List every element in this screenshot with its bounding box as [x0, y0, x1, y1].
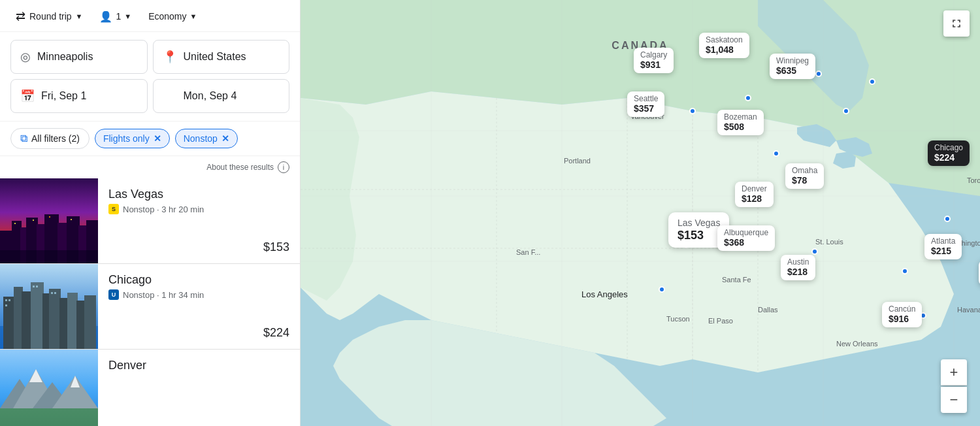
price-value: $153 — [678, 229, 720, 243]
svg-rect-14 — [71, 219, 72, 220]
list-item[interactable]: Saskatoon $1,048 — [699, 33, 749, 58]
origin-field[interactable]: ◎ Minneapolis — [10, 40, 148, 74]
class-button[interactable]: Economy ▼ — [143, 8, 202, 24]
svg-rect-21 — [31, 282, 44, 349]
map-marker[interactable] — [773, 150, 779, 157]
depart-date-text: Fri, Sep 1 — [41, 90, 86, 102]
map-marker[interactable] — [902, 268, 908, 274]
all-filters-button[interactable]: ⧉ All filters (2) — [10, 128, 90, 149]
price-value: $78 — [792, 175, 817, 186]
denver-card-content: Denver — [98, 350, 300, 426]
svg-text:Los Angeles: Los Angeles — [581, 289, 628, 299]
las-vegas-image — [0, 178, 98, 263]
list-item[interactable]: Winnipeg $635 — [770, 54, 815, 79]
las-vegas-card-content: Las Vegas S Nonstop · 3 hr 20 min $153 — [98, 178, 300, 263]
svg-rect-20 — [22, 291, 32, 349]
map-marker[interactable] — [869, 78, 875, 85]
table-row[interactable]: Denver — [0, 350, 300, 426]
trip-type-label: Round trip — [29, 11, 72, 22]
location-row: ◎ Minneapolis 📍 United States — [10, 40, 289, 74]
class-label: Economy — [148, 11, 186, 22]
depart-date-field[interactable]: 📅 Fri, Sep 1 — [10, 79, 148, 113]
svg-rect-15 — [0, 250, 98, 263]
map-controls: + − — [941, 359, 967, 413]
chicago-card-content: Chicago U Nonstop · 1 hr 34 min $224 — [98, 264, 300, 349]
destination-icon: 📍 — [163, 50, 177, 64]
card-price: $224 — [263, 326, 289, 340]
list-item[interactable]: Albuquerque $368 — [717, 225, 775, 251]
zoom-out-button[interactable]: − — [941, 387, 967, 413]
flights-only-label: Flights only — [103, 133, 150, 144]
city-name: Bozeman — [724, 112, 757, 122]
svg-rect-23 — [49, 289, 61, 349]
origin-text: Minneapolis — [37, 51, 93, 63]
list-item[interactable]: Calgary $931 — [634, 48, 674, 73]
svg-rect-11 — [14, 223, 16, 224]
price-value: $224 — [934, 152, 963, 163]
list-item[interactable]: Omaha $78 — [785, 163, 824, 189]
map-panel: CANADA Portland Vancouver San F... Los A… — [301, 0, 980, 426]
svg-text:Portland: Portland — [564, 157, 591, 165]
map-marker[interactable] — [745, 95, 751, 101]
swap-icon: ⇄ — [16, 9, 25, 24]
list-item[interactable]: Chicago $224 — [928, 140, 970, 166]
trip-type-button[interactable]: ⇄ Round trip ▼ — [10, 7, 88, 26]
flights-only-chip[interactable]: Flights only ✕ — [95, 129, 170, 148]
search-fields: ◎ Minneapolis 📍 United States 📅 Fri, Sep… — [0, 32, 300, 122]
city-name: Winnipeg — [776, 56, 809, 65]
svg-rect-25 — [67, 293, 78, 349]
price-value: $508 — [724, 122, 757, 133]
city-name: Austin — [787, 257, 809, 267]
flights-only-close-icon[interactable]: ✕ — [154, 133, 161, 144]
city-name: Saskatoon — [706, 35, 743, 44]
fullscreen-icon — [950, 17, 963, 30]
list-item[interactable]: Seattle $357 — [627, 91, 664, 117]
svg-text:El Paso: El Paso — [708, 317, 733, 325]
nonstop-chip[interactable]: Nonstop ✕ — [175, 129, 238, 148]
card-city-name: Chicago — [108, 273, 289, 287]
list-item[interactable]: Cancún $916 — [882, 302, 922, 327]
return-date-field[interactable]: 📅 Mon, Sep 4 — [153, 79, 290, 113]
origin-icon: ◎ — [20, 50, 31, 64]
card-city-name: Denver — [108, 359, 289, 372]
about-results-text: About these results — [206, 163, 274, 172]
table-row[interactable]: Las Vegas S Nonstop · 3 hr 20 min $153 — [0, 178, 300, 264]
price-value: $218 — [787, 267, 809, 278]
nonstop-close-icon[interactable]: ✕ — [221, 133, 229, 144]
list-item[interactable]: Bozeman $508 — [717, 110, 764, 135]
destination-field[interactable]: 📍 United States — [153, 40, 290, 74]
svg-text:New Orleans: New Orleans — [836, 340, 878, 348]
map-marker[interactable] — [815, 71, 822, 77]
class-chevron: ▼ — [190, 12, 197, 20]
map-marker[interactable] — [811, 248, 818, 255]
map-marker[interactable] — [659, 286, 665, 293]
svg-text:Tucson: Tucson — [666, 315, 690, 323]
list-item[interactable]: Atlanta $215 — [924, 234, 962, 259]
svg-rect-19 — [14, 287, 23, 349]
info-icon[interactable]: i — [278, 161, 289, 173]
zoom-in-button[interactable]: + — [941, 359, 967, 385]
svg-text:Havana: Havana — [957, 306, 980, 314]
fullscreen-button[interactable] — [943, 10, 970, 37]
return-date-text: Mon, Sep 4 — [184, 90, 237, 102]
city-name: Denver — [742, 184, 767, 193]
results-info: About these results i — [0, 156, 300, 178]
card-flight-info: S Nonstop · 3 hr 20 min — [108, 204, 289, 214]
price-value: $215 — [931, 246, 955, 257]
svg-text:Dallas: Dallas — [758, 306, 778, 314]
price-value: $635 — [776, 65, 809, 76]
list-item[interactable]: Austin $218 — [781, 255, 815, 280]
map-marker[interactable] — [689, 108, 696, 114]
card-city-name: Las Vegas — [108, 188, 289, 201]
table-row[interactable]: Chicago U Nonstop · 1 hr 34 min $224 — [0, 264, 300, 350]
passengers-button[interactable]: 👤 1 ▼ — [94, 8, 137, 25]
svg-rect-12 — [33, 220, 34, 221]
results-list: Las Vegas S Nonstop · 3 hr 20 min $153 — [0, 178, 300, 426]
city-name: Las Vegas — [678, 218, 720, 229]
list-item[interactable]: Denver $128 — [735, 182, 774, 207]
city-name: Chicago — [934, 143, 963, 152]
top-bar: ⇄ Round trip ▼ 👤 1 ▼ Economy ▼ — [0, 0, 300, 32]
map-marker[interactable] — [843, 108, 849, 114]
svg-rect-24 — [59, 298, 69, 349]
map-marker[interactable] — [944, 216, 951, 222]
